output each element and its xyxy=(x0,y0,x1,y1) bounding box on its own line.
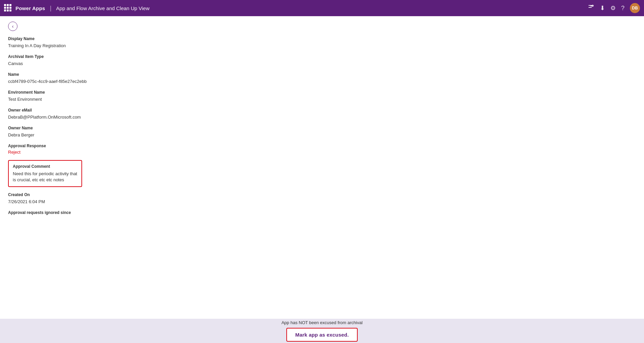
owner-email-value: DebraB@PPlatform.OnMicrosoft.com xyxy=(8,114,81,120)
name-value: ccbf4789-075c-4cc9-aaef-f85e27ec2ebb xyxy=(8,78,86,85)
display-name-value: Training In A Day Registration xyxy=(8,42,75,49)
nav-right-icons: ⬇ ⚙ ? DB xyxy=(588,3,640,13)
svg-rect-1 xyxy=(588,7,592,8)
created-on-label: Created On xyxy=(8,192,636,197)
approval-comment-label: Approval Comment xyxy=(13,164,77,169)
owner-name-section: Owner Name Debra Berger xyxy=(8,126,636,138)
owner-email-label: Owner eMail xyxy=(8,108,636,113)
name-section: Name ccbf4789-075c-4cc9-aaef-f85e27ec2eb… xyxy=(8,72,636,85)
app-grid-icon[interactable] xyxy=(4,4,12,12)
archival-item-type-value: Canvas xyxy=(8,60,75,67)
approval-ignored-section: Approval requests ignored since xyxy=(8,210,636,222)
download-icon[interactable]: ⬇ xyxy=(600,4,605,12)
approval-response-label: Approval Response xyxy=(8,144,636,148)
approval-ignored-value xyxy=(8,220,75,221)
owner-name-value: Debra Berger xyxy=(8,132,75,138)
content-area: ‹ Display Name Training In A Day Registr… xyxy=(0,16,644,319)
environment-name-label: Environment Name xyxy=(8,90,636,95)
share-icon[interactable] xyxy=(588,4,595,12)
name-label: Name xyxy=(8,72,636,77)
page-title: App and Flow Archive and Clean Up View xyxy=(56,5,149,11)
display-name-section: Display Name Training In A Day Registrat… xyxy=(8,36,636,49)
bottom-bar: App has NOT been excused from archival M… xyxy=(0,319,644,343)
display-name-label: Display Name xyxy=(8,36,636,41)
archival-item-type-label: Archival Item Type xyxy=(8,54,636,59)
settings-icon[interactable]: ⚙ xyxy=(610,4,616,12)
back-button[interactable]: ‹ xyxy=(8,22,17,31)
user-avatar[interactable]: DB xyxy=(630,3,640,13)
approval-ignored-label: Approval requests ignored since xyxy=(8,210,636,215)
owner-name-label: Owner Name xyxy=(8,126,636,130)
app-title: Power Apps xyxy=(15,5,45,11)
approval-response-section: Approval Response Reject xyxy=(8,144,636,155)
mark-excused-button[interactable]: Mark app as excused. xyxy=(286,328,357,342)
top-navigation: Power Apps | App and Flow Archive and Cl… xyxy=(0,0,644,16)
created-on-section: Created On 7/26/2021 6:04 PM xyxy=(8,192,636,205)
archival-item-type-section: Archival Item Type Canvas xyxy=(8,54,636,67)
environment-name-section: Environment Name Test Environment xyxy=(8,90,636,102)
approval-comment-box: Approval Comment Need this for periodic … xyxy=(8,160,82,187)
excusal-status-text: App has NOT been excused from archival xyxy=(281,320,362,325)
title-separator: | xyxy=(50,5,51,12)
svg-rect-0 xyxy=(588,5,593,6)
approval-comment-value: Need this for periodic activity that is … xyxy=(13,171,77,183)
help-icon[interactable]: ? xyxy=(621,5,624,12)
environment-name-value: Test Environment xyxy=(8,96,75,102)
approval-response-value: Reject xyxy=(8,150,636,155)
created-on-value: 7/26/2021 6:04 PM xyxy=(8,198,75,205)
owner-email-section: Owner eMail DebraB@PPlatform.OnMicrosoft… xyxy=(8,108,636,120)
